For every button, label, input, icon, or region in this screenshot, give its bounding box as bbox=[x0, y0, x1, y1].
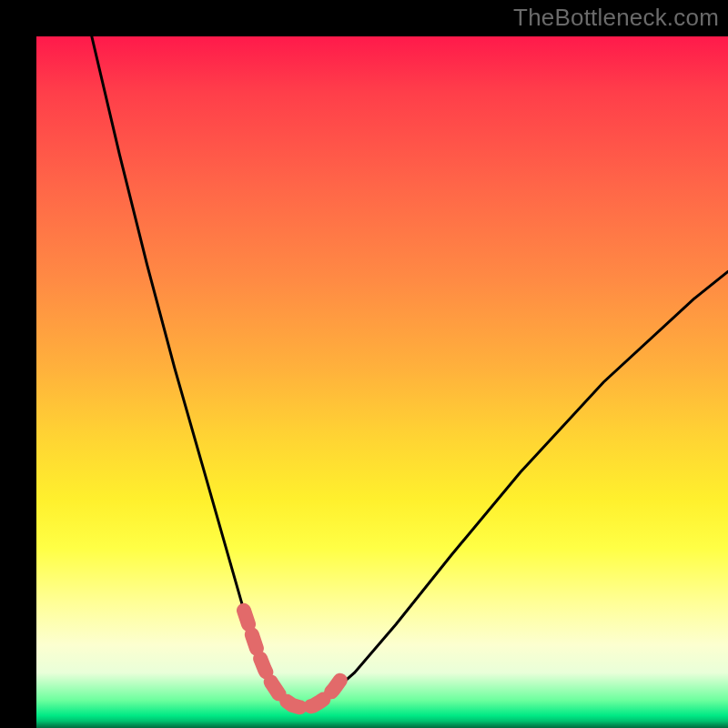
curve-layer bbox=[36, 36, 728, 728]
main-curve bbox=[92, 36, 728, 707]
chart-frame: TheBottleneck.com bbox=[0, 0, 728, 728]
valley-highlight bbox=[244, 611, 340, 707]
plot-gradient-area bbox=[36, 36, 728, 728]
watermark-label: TheBottleneck.com bbox=[513, 4, 719, 32]
